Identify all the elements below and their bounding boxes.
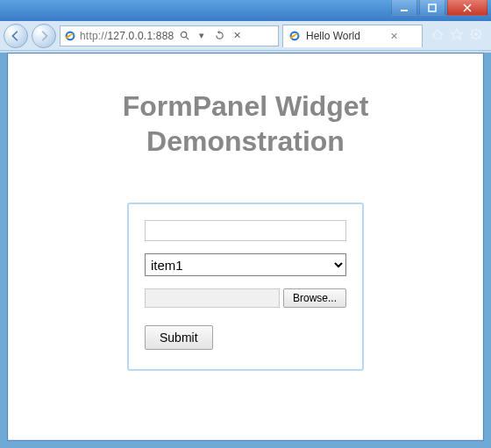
tab-strip: Hello World ✕ xyxy=(282,25,423,47)
chrome-toolbar xyxy=(426,28,487,44)
file-path-input[interactable] xyxy=(145,288,280,308)
svg-rect-1 xyxy=(429,4,436,11)
browse-button[interactable]: Browse... xyxy=(283,288,346,308)
back-button[interactable] xyxy=(4,24,28,48)
close-window-button[interactable] xyxy=(447,0,487,16)
page-viewport: FormPanel Widget Demonstration item1 Bro… xyxy=(7,53,484,441)
svg-rect-0 xyxy=(401,10,408,11)
forward-button[interactable] xyxy=(32,24,56,48)
stop-icon[interactable]: ✕ xyxy=(230,29,244,43)
url-text: http://http://127.0.0.1:888127.0.0.1:888 xyxy=(80,30,174,42)
item-select[interactable]: item1 xyxy=(145,253,346,276)
minimize-button[interactable] xyxy=(391,0,417,16)
form-panel: item1 Browse... Submit xyxy=(127,203,364,371)
nav-bar: http://http://127.0.0.1:888127.0.0.1:888… xyxy=(0,21,491,51)
ie-icon xyxy=(288,30,301,42)
ie-icon xyxy=(64,30,76,42)
browser-window: http://http://127.0.0.1:888127.0.0.1:888… xyxy=(0,0,491,448)
tab-close-icon[interactable]: ✕ xyxy=(390,31,398,42)
tab-hello-world[interactable]: Hello World ✕ xyxy=(282,25,423,47)
titlebar xyxy=(0,0,491,21)
address-bar[interactable]: http://http://127.0.0.1:888127.0.0.1:888… xyxy=(60,25,279,46)
page-title: FormPanel Widget Demonstration xyxy=(8,89,483,159)
title-line-2: Demonstration xyxy=(8,124,483,159)
submit-button[interactable]: Submit xyxy=(145,325,213,350)
title-line-1: FormPanel Widget xyxy=(8,89,483,124)
text-input[interactable] xyxy=(145,220,346,241)
refresh-icon[interactable] xyxy=(212,29,226,43)
maximize-button[interactable] xyxy=(419,0,445,16)
tools-icon[interactable] xyxy=(470,28,482,44)
favorites-icon[interactable] xyxy=(451,28,463,44)
svg-point-7 xyxy=(475,32,478,35)
svg-point-3 xyxy=(181,32,186,37)
home-icon[interactable] xyxy=(431,28,444,44)
tab-title: Hello World xyxy=(306,30,360,42)
dropdown-icon[interactable]: ▾ xyxy=(195,29,209,43)
search-icon[interactable] xyxy=(177,29,191,43)
svg-line-4 xyxy=(186,37,189,39)
